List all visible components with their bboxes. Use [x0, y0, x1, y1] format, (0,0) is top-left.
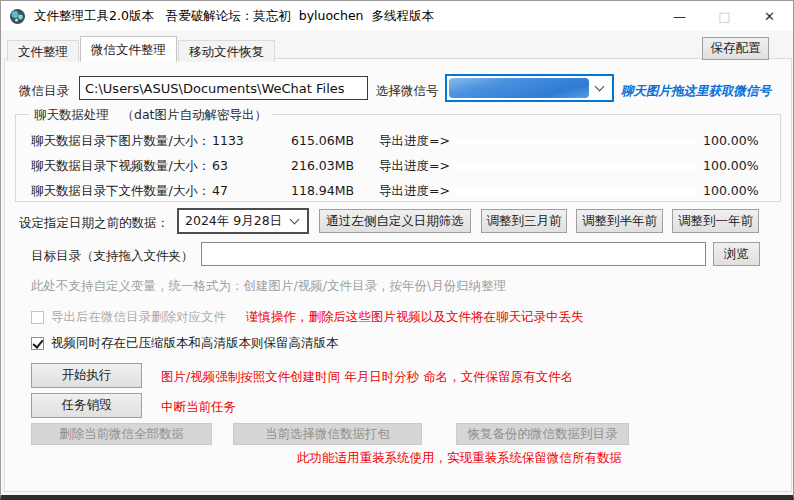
one-year-ago-button[interactable]: 调整到一年前 — [672, 209, 759, 233]
chevron-down-icon — [595, 82, 605, 92]
drag-hint-text: 聊天图片拖这里获取微信号 — [621, 83, 771, 100]
file-progress-label: 导出进度=> — [379, 183, 450, 199]
keep-hd-video-checkbox[interactable] — [31, 337, 44, 350]
naming-hint-text: 图片/视频强制按照文件创建时间 年月日时分秒 命名，文件保留原有文件名 — [161, 369, 573, 386]
three-months-ago-button[interactable]: 调整到三月前 — [481, 209, 567, 233]
file-progress-bar — [454, 188, 697, 195]
video-progress-percent: 100.00% — [703, 158, 759, 174]
pack-data-button[interactable]: 当前选择微信数据打包 — [233, 423, 422, 445]
delete-warning-text: 谨慎操作，删除后这些图片视频以及文件将在聊天记录中丢失 — [246, 309, 584, 326]
wechat-id-redacted — [449, 78, 589, 98]
wechat-dir-label: 微信目录 — [19, 83, 69, 100]
target-dir-input[interactable] — [201, 242, 706, 266]
reinstall-hint-text: 此功能适用重装系统使用，实现重装系统保留微信所有数据 — [297, 450, 622, 467]
delete-after-export-label: 导出后在微信目录删除对应文件 — [51, 309, 226, 326]
image-progress-label: 导出进度=> — [379, 133, 450, 149]
target-dir-label: 目标目录（支持拖入文件夹） — [31, 248, 194, 265]
format-hint-text: 此处不支持自定义变量，统一格式为：创建图片/视频/文件目录，按年份\月份归纳整理 — [31, 278, 506, 295]
browse-button[interactable]: 浏览 — [713, 242, 760, 266]
wechat-id-select[interactable] — [445, 74, 614, 102]
file-progress-percent: 100.00% — [703, 183, 759, 199]
date-filter-label: 设定指定日期之前的数据： — [19, 215, 169, 232]
chevron-down-icon — [290, 215, 300, 225]
delete-all-data-button[interactable]: 删除当前微信全部数据 — [31, 423, 212, 445]
filter-by-date-button[interactable]: 通过左侧自定义日期筛选 — [319, 209, 471, 233]
start-button[interactable]: 开始执行 — [31, 363, 142, 388]
date-picker[interactable]: 2024年 9月28日 — [177, 208, 309, 234]
keep-hd-video-label: 视频同时存在已压缩版本和高清版本则保留高清版本 — [51, 335, 339, 352]
save-config-button[interactable]: 保存配置 — [702, 37, 769, 60]
select-wechat-id-label: 选择微信号 — [376, 83, 439, 100]
file-count-label: 聊天数据目录下文件数量/大小： — [31, 183, 210, 199]
file-count-value: 47 — [212, 183, 228, 199]
interrupt-hint-text: 中断当前任务 — [161, 399, 236, 416]
window-title: 文件整理工具2.0版本 吾爱破解论坛：莫忘初 byluochen 多线程版本 — [34, 8, 434, 25]
half-year-ago-button[interactable]: 调整到半年前 — [576, 209, 663, 233]
maximize-button[interactable]: □ — [702, 1, 747, 31]
file-size-value: 118.94MB — [291, 183, 354, 199]
tab-file-organize[interactable]: 文件整理 — [7, 40, 79, 62]
image-count-value: 1133 — [212, 133, 244, 149]
delete-after-export-row: 导出后在微信目录删除对应文件 谨慎操作，删除后这些图片视频以及文件将在聊天记录中… — [31, 309, 584, 326]
image-progress-percent: 100.00% — [703, 133, 759, 149]
titlebar: 文件整理工具2.0版本 吾爱破解论坛：莫忘初 byluochen 多线程版本 —… — [1, 1, 793, 31]
image-progress-bar — [454, 138, 697, 145]
delete-after-export-checkbox[interactable] — [31, 311, 44, 324]
video-count-label: 聊天数据目录下视频数量/大小： — [31, 158, 210, 174]
window-controls: — □ ✕ — [657, 1, 792, 31]
date-picker-value: 2024年 9月28日 — [185, 213, 282, 230]
image-count-label: 聊天数据目录下图片数量/大小： — [31, 133, 210, 149]
app-icon — [9, 8, 26, 25]
restore-data-button[interactable]: 恢复备份的微信数据到目录 — [456, 423, 629, 445]
keep-hd-video-row: 视频同时存在已压缩版本和高清版本则保留高清版本 — [31, 335, 339, 352]
tab-strip: 文件整理 微信文件整理 移动文件恢复 — [7, 36, 276, 62]
video-stats-row: 聊天数据目录下视频数量/大小： 63 216.03MB 导出进度=> 100.0… — [31, 158, 776, 174]
video-progress-label: 导出进度=> — [379, 158, 450, 174]
app-window: 文件整理工具2.0版本 吾爱破解论坛：莫忘初 byluochen 多线程版本 —… — [0, 0, 794, 500]
chat-data-group-title: 聊天数据处理 （dat图片自动解密导出） — [29, 107, 272, 124]
file-stats-row: 聊天数据目录下文件数量/大小： 47 118.94MB 导出进度=> 100.0… — [31, 183, 776, 199]
wechat-dir-input[interactable] — [79, 76, 368, 100]
destroy-task-button[interactable]: 任务销毁 — [31, 393, 142, 418]
video-count-value: 63 — [212, 158, 228, 174]
close-button[interactable]: ✕ — [747, 1, 792, 31]
video-progress-bar — [454, 163, 697, 170]
tab-mobile-file-recovery[interactable]: 移动文件恢复 — [178, 40, 275, 62]
tab-wechat-file-organize[interactable]: 微信文件整理 — [80, 36, 177, 62]
image-size-value: 615.06MB — [291, 133, 354, 149]
image-stats-row: 聊天数据目录下图片数量/大小： 1133 615.06MB 导出进度=> 100… — [31, 133, 776, 149]
video-size-value: 216.03MB — [291, 158, 354, 174]
minimize-button[interactable]: — — [657, 1, 702, 31]
